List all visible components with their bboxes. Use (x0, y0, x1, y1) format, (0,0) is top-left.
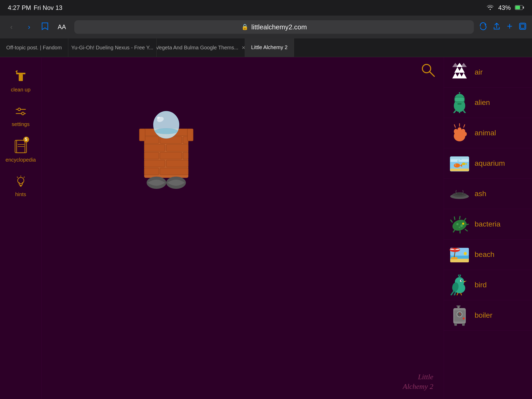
sidebar-item-hints[interactable]: hints (0, 170, 41, 202)
tabs-button[interactable] (518, 22, 527, 32)
svg-point-122 (463, 317, 465, 320)
bacteria-name: bacteria (475, 220, 501, 228)
bookmarks-button[interactable] (41, 22, 49, 32)
svg-line-20 (17, 177, 18, 177)
watermark: Little Alchemy 2 (403, 372, 433, 391)
element-item-animal[interactable]: animal (444, 118, 532, 148)
bird-icon (449, 275, 470, 295)
svg-rect-43 (139, 129, 145, 141)
svg-point-107 (464, 252, 467, 255)
ash-name: ash (475, 190, 486, 198)
tabs-bar: Off-topic post. | Fandom Yu-Gi-Oh! Dueli… (0, 38, 532, 57)
element-item-bacteria[interactable]: bacteria (444, 209, 532, 240)
canvas-area[interactable]: Little Alchemy 2 (42, 57, 444, 399)
element-item-ash[interactable]: ash (444, 179, 532, 209)
back-button[interactable]: ‹ (5, 21, 18, 33)
reload-button[interactable] (479, 22, 487, 32)
air-name: air (475, 68, 483, 76)
element-item-boiler[interactable]: boiler (444, 300, 532, 331)
time-display: 4:27 PM (8, 4, 31, 11)
cleanup-icon (13, 69, 29, 85)
svg-rect-124 (456, 305, 461, 307)
svg-rect-27 (144, 137, 159, 143)
status-bar: 4:27 PM Fri Nov 13 43% (0, 0, 532, 16)
svg-rect-38 (160, 168, 188, 175)
ash-icon (449, 183, 470, 204)
elements-panel: air (444, 57, 532, 399)
share-button[interactable] (493, 22, 501, 32)
svg-line-21 (24, 177, 24, 177)
svg-rect-1 (523, 6, 524, 9)
svg-rect-6 (19, 74, 23, 81)
element-item-alien[interactable]: alien (444, 88, 532, 118)
wifi-icon (486, 4, 494, 11)
svg-rect-108 (451, 257, 457, 259)
alien-name: alien (475, 98, 490, 107)
game-container: clean up settings 5 (0, 57, 532, 399)
tab-vegeta[interactable]: Vegeta And Bulma Google Thems... ✕ (157, 38, 245, 57)
svg-point-99 (460, 224, 463, 227)
close-tab-vegeta[interactable]: ✕ (242, 45, 245, 51)
tab-yugioh[interactable]: Yu-Gi-Oh! Dueling Nexus - Free Y... (68, 38, 157, 57)
sidebar-item-encyclopedia[interactable]: 5 encyclopedia (0, 134, 41, 167)
svg-rect-35 (144, 160, 165, 167)
element-item-aquarium[interactable]: aquarium (444, 148, 532, 179)
canvas-search-icon[interactable] (420, 62, 436, 81)
bacteria-icon (449, 214, 470, 235)
svg-marker-53 (452, 63, 458, 67)
date-display: Fri Nov 13 (34, 4, 62, 11)
svg-rect-125 (454, 323, 457, 326)
svg-point-9 (18, 108, 21, 111)
alien-icon (449, 92, 470, 113)
animal-icon (449, 123, 470, 143)
forward-button[interactable]: › (23, 21, 35, 33)
svg-rect-34 (183, 152, 188, 159)
svg-point-113 (461, 280, 462, 281)
sidebar-item-cleanup[interactable]: clean up (0, 65, 41, 97)
aquarium-name: aquarium (475, 159, 505, 168)
svg-point-40 (155, 128, 178, 134)
bird-name: bird (475, 281, 487, 289)
tab-fandom[interactable]: Off-topic post. | Fandom (0, 38, 68, 57)
tab-vegeta-label: Vegeta And Bulma Google Thems... (157, 45, 238, 51)
beach-name: beach (475, 250, 494, 259)
element-item-bird[interactable]: bird (444, 270, 532, 300)
status-right: 43% (486, 4, 524, 11)
svg-line-93 (464, 218, 466, 221)
golem-character (135, 109, 197, 197)
element-item-beach[interactable]: beach (444, 240, 532, 270)
add-tab-button[interactable] (506, 22, 514, 32)
element-item-air[interactable]: air (444, 57, 532, 88)
sidebar-item-settings[interactable]: settings (0, 99, 41, 131)
svg-rect-5 (16, 73, 25, 74)
svg-point-77 (454, 163, 460, 168)
svg-point-64 (459, 92, 460, 93)
svg-line-72 (464, 125, 465, 127)
svg-point-98 (456, 223, 458, 225)
beach-icon (449, 244, 470, 265)
tab-littlealchemy[interactable]: Little Alchemy 2 (245, 38, 294, 57)
url-bar: ‹ › AA 🔒 littlealchemy2.com (0, 16, 532, 38)
svg-rect-58 (455, 97, 464, 102)
url-text: littlealchemy2.com (251, 23, 307, 31)
svg-line-95 (465, 229, 467, 231)
svg-marker-49 (461, 73, 467, 78)
aa-label[interactable]: AA (55, 23, 69, 31)
svg-line-23 (430, 72, 434, 76)
tab-fandom-label: Off-topic post. | Fandom (6, 45, 62, 51)
svg-line-116 (461, 293, 462, 295)
svg-marker-51 (458, 67, 465, 73)
svg-point-100 (459, 227, 460, 228)
svg-point-67 (457, 127, 462, 132)
svg-point-66 (454, 129, 458, 134)
svg-rect-2 (515, 6, 520, 9)
url-field[interactable]: 🔒 littlealchemy2.com (74, 20, 474, 34)
svg-rect-32 (144, 152, 159, 159)
svg-point-89 (451, 218, 468, 233)
svg-point-11 (22, 112, 24, 115)
svg-line-92 (460, 216, 460, 219)
svg-line-60 (454, 111, 455, 113)
svg-rect-59 (457, 103, 462, 105)
svg-point-39 (154, 111, 179, 138)
aquarium-icon (449, 153, 470, 174)
